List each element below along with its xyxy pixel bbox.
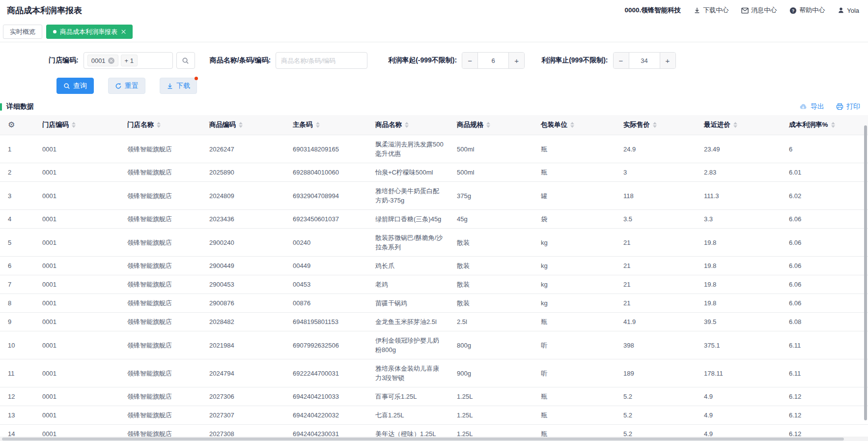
column-header-last_cost[interactable]: 最近进价 (698, 115, 783, 135)
download-button[interactable]: 下载 (160, 78, 197, 94)
export-link[interactable]: 导出 (799, 102, 824, 111)
cell-spec: 500ml (451, 135, 535, 163)
sort-icon[interactable] (316, 122, 320, 128)
cell-cost_margin_pct: 6.06 (783, 275, 868, 294)
cell-last_cost: 19.8 (698, 294, 783, 313)
cell-sale_price: 5.2 (617, 406, 698, 425)
cell-spec: 散装 (451, 257, 535, 275)
reset-button[interactable]: 重置 (108, 78, 145, 94)
cloud-download-icon (799, 103, 808, 110)
cell-sale_price: 5.2 (617, 387, 698, 406)
cell-store_code: 0001 (36, 135, 121, 163)
nav-download-center[interactable]: 下载中心 (694, 6, 728, 15)
cell-row-number: 9 (0, 313, 36, 331)
sort-icon[interactable] (405, 122, 409, 128)
cell-last_cost: 375.1 (698, 331, 783, 359)
column-header-cost_margin_pct[interactable]: 成本利润率% (783, 115, 868, 135)
sort-icon[interactable] (486, 122, 490, 128)
plus-button[interactable]: + (508, 53, 524, 68)
margin-from-input[interactable] (478, 53, 508, 68)
table-row: 50001领锋智能旗舰店290024000240散装苏微锅巴/酥脆角/沙拉条系列… (0, 229, 868, 257)
tab-product-cost-margin-report[interactable]: 商品成本利润率报表 (46, 25, 133, 39)
store-picker-button[interactable] (176, 52, 195, 69)
cell-store_name: 领锋智能旗舰店 (121, 163, 203, 182)
nav-message-center-label: 消息中心 (751, 6, 777, 15)
nav-message-center[interactable]: 消息中心 (741, 6, 777, 15)
table-row: 120001领锋智能旗舰店20273066942404210033百事可乐1.2… (0, 387, 868, 406)
store-code-tag[interactable]: 0001 (87, 55, 118, 66)
minus-button[interactable]: − (462, 53, 478, 68)
sort-icon[interactable] (733, 122, 737, 128)
table-header-row: ⚙ 门店编码门店名称商品编码主条码商品名称商品规格包装单位实际售价最近进价成本利… (0, 115, 868, 135)
tab-close-icon[interactable] (121, 29, 126, 34)
margin-to-label: 利润率止(999不限制): (541, 56, 608, 65)
sort-icon[interactable] (653, 122, 657, 128)
product-input[interactable] (276, 52, 367, 69)
table-row: 10001领锋智能旗舰店20262476903148209165飘柔滋润去屑洗发… (0, 135, 868, 163)
column-header-store_name[interactable]: 门店名称 (121, 115, 203, 135)
cell-row-number: 10 (0, 331, 36, 359)
cell-store_name: 领锋智能旗舰店 (121, 210, 203, 229)
cell-store_name: 领锋智能旗舰店 (121, 135, 203, 163)
search-button[interactable]: 查询 (56, 78, 94, 94)
cell-row-number: 2 (0, 163, 36, 182)
cell-spec: 900g (451, 359, 535, 387)
column-header-main_barcode[interactable]: 主条码 (287, 115, 369, 135)
tag-close-icon[interactable] (108, 58, 114, 64)
cell-product_code: 2900876 (203, 294, 287, 313)
column-header-unit[interactable]: 包装单位 (535, 115, 617, 135)
column-header-store_code[interactable]: 门店编码 (36, 115, 121, 135)
store-code-collapsed-tag[interactable]: + 1 (121, 55, 138, 66)
cell-cost_margin_pct: 6.01 (783, 163, 868, 182)
cell-row-number: 5 (0, 229, 36, 257)
cell-cost_margin_pct: 6.06 (783, 210, 868, 229)
cell-sale_price: 41.9 (617, 313, 698, 331)
column-header-product_name[interactable]: 商品名称 (369, 115, 451, 135)
cell-unit: kg (535, 294, 617, 313)
sort-icon[interactable] (239, 122, 243, 128)
cell-store_code: 0001 (36, 359, 121, 387)
horizontal-scrollbar-thumb[interactable] (2, 438, 844, 441)
store-code-input[interactable]: 0001 + 1 (84, 52, 173, 69)
plus-button[interactable]: + (660, 53, 675, 68)
print-link[interactable]: 打印 (836, 102, 860, 111)
margin-to-input[interactable] (629, 53, 660, 68)
cell-unit: 听 (535, 359, 617, 387)
search-button-label: 查询 (73, 82, 87, 90)
cell-unit: 瓶 (535, 313, 617, 331)
nav-help-center[interactable]: ? 帮助中心 (789, 6, 825, 15)
column-header-product_code[interactable]: 商品编码 (203, 115, 287, 135)
cell-sale_price: 3 (617, 163, 698, 182)
cell-cost_margin_pct: 6.02 (783, 182, 868, 210)
cell-unit: kg (535, 275, 617, 294)
table-row: 60001领锋智能旗舰店290044900449鸡长爪散装kg2119.86.0… (0, 257, 868, 275)
minus-button[interactable]: − (614, 53, 629, 68)
tab-bar: 实时概览 商品成本利润率报表 (0, 21, 868, 42)
sort-icon[interactable] (157, 122, 161, 128)
column-settings[interactable]: ⚙ (0, 115, 36, 135)
svg-text:?: ? (792, 8, 794, 13)
cell-store_name: 领锋智能旗舰店 (121, 313, 203, 331)
column-header-sale_price[interactable]: 实际售价 (617, 115, 698, 135)
cell-store_code: 0001 (36, 163, 121, 182)
cell-main_barcode: 6932904708994 (287, 182, 369, 210)
column-label: 商品名称 (375, 121, 402, 128)
cell-store_code: 0001 (36, 387, 121, 406)
cell-spec: 散装 (451, 229, 535, 257)
vertical-scrollbar[interactable] (863, 120, 868, 438)
cell-row-number: 1 (0, 135, 36, 163)
refresh-icon (115, 83, 122, 89)
vertical-scrollbar-thumb[interactable] (864, 125, 867, 420)
tab-realtime-overview[interactable]: 实时概览 (3, 25, 42, 39)
column-header-spec[interactable]: 商品规格 (451, 115, 535, 135)
sort-icon[interactable] (570, 122, 574, 128)
cell-cost_margin_pct: 6.11 (783, 331, 868, 359)
cell-sale_price: 24.9 (617, 135, 698, 163)
nav-user[interactable]: Yola (838, 7, 859, 14)
gear-icon[interactable]: ⚙ (8, 120, 15, 129)
sort-icon[interactable] (72, 122, 76, 128)
sort-icon[interactable] (831, 122, 835, 128)
horizontal-scrollbar[interactable] (0, 437, 868, 441)
cell-unit: 罐 (535, 182, 617, 210)
margin-to-stepper: − + (613, 52, 676, 69)
